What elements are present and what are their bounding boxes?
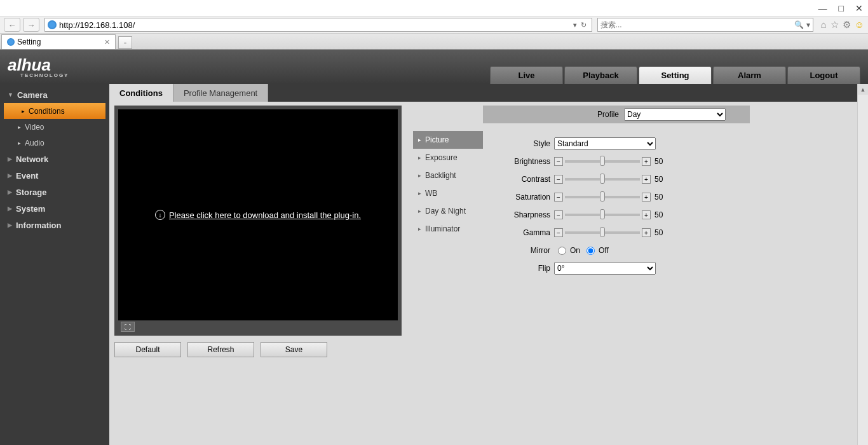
gear-icon[interactable]: ⚙	[843, 19, 851, 31]
topnav-live[interactable]: Live	[490, 66, 563, 84]
gamma-slider[interactable]: −+50	[554, 228, 668, 237]
address-bar[interactable]: ▾ ↻	[44, 18, 592, 32]
profile-row: Profile Day	[483, 106, 750, 123]
sharpness-slider[interactable]: −+50	[554, 210, 668, 219]
saturation-slider[interactable]: −+50	[554, 193, 668, 202]
slider-track[interactable]	[565, 231, 640, 234]
decrement-button[interactable]: −	[554, 193, 563, 202]
preview-column: ↓ Please click here to download and inst…	[114, 106, 402, 357]
arrow-icon: ▸	[418, 172, 421, 179]
smiley-icon[interactable]: ☺	[855, 19, 864, 31]
preview-toolbar: ⛶	[118, 320, 398, 333]
content-tab-conditions[interactable]: Conditions	[109, 84, 173, 102]
scroll-up-icon[interactable]: ▲	[858, 84, 868, 95]
increment-button[interactable]: +	[642, 193, 651, 202]
minimize-icon[interactable]: —	[818, 3, 827, 13]
decrement-button[interactable]: −	[554, 175, 563, 184]
brightness-label: Brightness	[483, 157, 550, 166]
flip-select[interactable]: 0°	[554, 262, 656, 275]
slider-track[interactable]	[565, 178, 640, 181]
settings-submenu: ▸Picture▸Exposure▸Backlight▸WB▸Day & Nig…	[413, 131, 483, 277]
sidebar-cat-network[interactable]: ▶Network	[0, 151, 109, 167]
maximize-icon[interactable]: □	[839, 3, 844, 13]
tab-strip: Setting ✕ ▫	[0, 34, 868, 50]
flip-row: Flip 0°	[483, 259, 750, 277]
new-tab-button[interactable]: ▫	[118, 36, 132, 49]
slider-thumb[interactable]	[600, 191, 605, 202]
arrow-icon: ▸	[418, 137, 421, 143]
home-icon[interactable]: ⌂	[821, 19, 827, 31]
submenu-backlight[interactable]: ▸Backlight	[413, 167, 483, 184]
preview-placeholder: ↓ Please click here to download and inst…	[118, 109, 398, 320]
sidebar-item-conditions[interactable]: ▸Conditions	[4, 103, 105, 119]
content-tab-profile-management[interactable]: Profile Management	[173, 84, 268, 102]
browser-search-box[interactable]: 🔍 ▾	[597, 18, 813, 32]
slider-thumb[interactable]	[600, 174, 605, 184]
sidebar-item-video[interactable]: ▸Video	[0, 119, 109, 135]
decrement-button[interactable]: −	[554, 210, 563, 219]
submenu-wb[interactable]: ▸WB	[413, 184, 483, 202]
sidebar-item-audio[interactable]: ▸Audio	[0, 135, 109, 151]
slider-thumb[interactable]	[600, 209, 605, 219]
increment-button[interactable]: +	[642, 175, 651, 184]
submenu-exposure[interactable]: ▸Exposure	[413, 149, 483, 167]
mirror-on-radio[interactable]	[558, 247, 566, 255]
topnav-logout[interactable]: Logout	[787, 66, 860, 84]
ie-icon	[7, 38, 15, 46]
gamma-label: Gamma	[483, 228, 550, 237]
slider-track[interactable]	[565, 214, 640, 216]
plugin-download-link[interactable]: Please click here to download and instal…	[169, 210, 361, 220]
gamma-value: 50	[654, 228, 668, 237]
mirror-off-radio[interactable]	[587, 247, 595, 255]
slider-track[interactable]	[565, 196, 640, 198]
topnav-setting[interactable]: Setting	[639, 66, 712, 84]
submenu-illuminator[interactable]: ▸Illuminator	[413, 220, 483, 238]
sidebar-cat-storage[interactable]: ▶Storage	[0, 184, 109, 200]
dropdown-icon[interactable]: ▾	[573, 21, 577, 29]
style-select[interactable]: Standard	[554, 137, 656, 150]
topnav-playback[interactable]: Playback	[564, 66, 637, 84]
sharpness-row: Sharpness−+50	[483, 206, 750, 224]
fullscreen-button[interactable]: ⛶	[121, 322, 135, 332]
close-icon[interactable]: ✕	[855, 3, 863, 13]
gamma-row: Gamma−+50	[483, 224, 750, 242]
sidebar-cat-system[interactable]: ▶System	[0, 200, 109, 217]
forward-button[interactable]: →	[23, 18, 39, 32]
submenu-picture[interactable]: ▸Picture	[413, 131, 483, 149]
scrollbar[interactable]: ▲	[857, 84, 868, 445]
slider-thumb[interactable]	[600, 227, 605, 237]
sidebar-cat-camera[interactable]: ▼Camera	[0, 86, 109, 103]
increment-button[interactable]: +	[642, 228, 651, 237]
url-input[interactable]	[59, 20, 571, 30]
arrow-icon: ▸	[418, 190, 421, 196]
slider-track[interactable]	[565, 160, 640, 163]
browser-icons: ⌂ ☆ ⚙ ☺	[821, 19, 864, 31]
style-label: Style	[483, 139, 550, 148]
profile-label: Profile	[597, 110, 619, 119]
favorites-icon[interactable]: ☆	[831, 19, 839, 31]
brightness-slider[interactable]: −+50	[554, 157, 668, 166]
sidebar-cat-event[interactable]: ▶Event	[0, 167, 109, 184]
increment-button[interactable]: +	[642, 210, 651, 219]
increment-button[interactable]: +	[642, 157, 651, 166]
refresh-icon[interactable]: ↻	[581, 21, 587, 29]
submenu-day-night[interactable]: ▸Day & Night	[413, 202, 483, 220]
decrement-button[interactable]: −	[554, 157, 563, 166]
saturation-value: 50	[654, 193, 668, 202]
topnav-alarm[interactable]: Alarm	[713, 66, 786, 84]
sidebar-cat-information[interactable]: ▶Information	[0, 217, 109, 233]
decrement-button[interactable]: −	[554, 228, 563, 237]
slider-thumb[interactable]	[600, 156, 605, 166]
tab-close-icon[interactable]: ✕	[104, 38, 110, 46]
refresh-button[interactable]: Refresh	[187, 342, 254, 357]
browser-tab[interactable]: Setting ✕	[1, 34, 116, 49]
video-preview: ↓ Please click here to download and inst…	[114, 106, 402, 336]
save-button[interactable]: Save	[261, 342, 327, 357]
back-button[interactable]: ←	[4, 18, 20, 32]
search-icon[interactable]: 🔍 ▾	[794, 20, 810, 29]
default-button[interactable]: Default	[114, 342, 181, 357]
contrast-slider[interactable]: −+50	[554, 175, 668, 184]
search-input[interactable]	[600, 20, 795, 29]
profile-select[interactable]: Day	[624, 108, 726, 121]
mirror-label: Mirror	[483, 246, 550, 255]
